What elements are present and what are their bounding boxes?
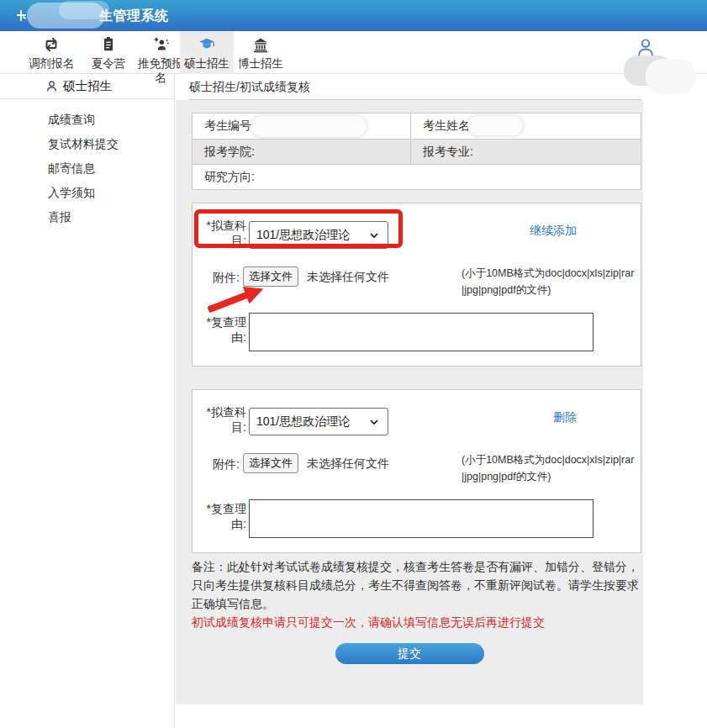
file-status-text: 未选择任何文件 bbox=[307, 456, 389, 472]
transfer-icon bbox=[20, 35, 82, 55]
major-cell: 报考专业: bbox=[411, 140, 641, 164]
submit-button[interactable]: 提交 bbox=[335, 643, 484, 664]
file-format-hint: (小于10MB格式为doc|docx|xls|zip|rar|jpg|png|p… bbox=[462, 451, 635, 485]
tab-shuoshi-zhaosheng[interactable]: 硕士招生 bbox=[180, 31, 234, 74]
college-cell: 报考学院: bbox=[193, 140, 411, 164]
reason-textarea[interactable] bbox=[249, 499, 594, 538]
breadcrumb: 硕士招生/初试成绩复核 bbox=[176, 74, 643, 99]
reason-textarea[interactable] bbox=[249, 313, 594, 351]
redaction-blob bbox=[251, 116, 367, 137]
redaction-blob bbox=[467, 116, 523, 135]
sidebar: 硕士招生 成绩查询 复试材料提交 邮寄信息 入学须知 喜报 bbox=[0, 74, 175, 728]
tab-label: 博士招生 bbox=[234, 56, 288, 71]
bank-icon bbox=[234, 35, 288, 55]
tab-xialingying[interactable]: 夏令营 bbox=[82, 31, 135, 74]
attachment-label: 附件: bbox=[213, 271, 240, 286]
top-navbar: 调剂报名 夏令营 bbox=[0, 31, 707, 74]
sidebar-item-fushi-cailiao[interactable]: 复试材料提交 bbox=[0, 132, 174, 156]
candidate-name-cell: 考生姓名: bbox=[411, 113, 641, 139]
clipboard-icon bbox=[82, 35, 135, 55]
sidebar-item-ruxue-xuzhi[interactable]: 入学须知 bbox=[0, 181, 174, 205]
title-partial-glyph bbox=[17, 10, 27, 22]
tab-label: 硕士招生 bbox=[180, 56, 234, 71]
file-status-text: 未选择任何文件 bbox=[307, 270, 389, 285]
tab-label: 夏令营 bbox=[82, 56, 135, 71]
add-more-link[interactable]: 继续添加 bbox=[530, 224, 577, 239]
graduation-cap-icon bbox=[180, 35, 234, 55]
main-panel: 硕士招生/初试成绩复核 考生编号: 1 考生姓名: bbox=[176, 74, 643, 704]
redaction-blob bbox=[646, 59, 696, 94]
delete-link[interactable]: 删除 bbox=[553, 410, 577, 425]
app-header: 生管理系统 bbox=[0, 0, 707, 31]
content-area: 考生编号: 1 考生姓名: 报考学院: 报考专业: bbox=[176, 100, 643, 704]
tab-tiaoji-baoming[interactable]: 调剂报名 bbox=[20, 31, 82, 74]
tab-boshi-zhaosheng[interactable]: 博士招生 bbox=[234, 31, 288, 74]
sidebar-title: 硕士招生 bbox=[63, 78, 112, 94]
tab-label: 调剂报名 bbox=[20, 56, 82, 71]
person-icon bbox=[45, 79, 59, 93]
app-title: 生管理系统 bbox=[99, 0, 169, 31]
subject-label: *拟查科目: bbox=[201, 219, 246, 248]
table-row: 报考学院: 报考专业: bbox=[193, 139, 641, 164]
page: 生管理系统 调剂报名 bbox=[0, 0, 707, 728]
sidebar-menu: 成绩查询 复试材料提交 邮寄信息 入学须知 喜报 bbox=[0, 99, 174, 229]
file-format-hint: (小于10MB格式为doc|docx|xls|zip|rar|jpg|png|p… bbox=[462, 265, 635, 298]
subject-select[interactable]: 101/思想政治理论 bbox=[249, 221, 388, 249]
sidebar-item-chengji-chaxun[interactable]: 成绩查询 bbox=[0, 108, 174, 132]
reason-label: *复查理由: bbox=[201, 502, 246, 531]
choose-file-button[interactable]: 选择文件 bbox=[243, 453, 298, 473]
recheck-subject-section-1: *拟查科目: 101/思想政治理论 继续添加 附件: 选择文件 未选择任何文件 … bbox=[192, 203, 641, 367]
reason-label: *复查理由: bbox=[201, 315, 246, 345]
direction-cell: 研究方向: bbox=[193, 165, 641, 189]
candidate-info-table: 考生编号: 1 考生姓名: 报考学院: 报考专业: bbox=[192, 113, 641, 190]
table-row: 考生编号: 1 考生姓名: bbox=[193, 113, 641, 139]
sidebar-item-youji-xinxi[interactable]: 邮寄信息 bbox=[0, 156, 174, 181]
chevron-down-icon bbox=[367, 229, 381, 245]
remark-text: 备注：此处针对考试试卷成绩复核提交，核查考生答卷是否有漏评、加错分、登错分，只向… bbox=[192, 557, 643, 613]
table-row: 研究方向: bbox=[193, 164, 641, 189]
attachment-label: 附件: bbox=[213, 457, 240, 472]
subject-label: *拟查科目: bbox=[201, 405, 246, 435]
chevron-down-icon bbox=[367, 415, 381, 432]
choose-file-button[interactable]: 选择文件 bbox=[243, 266, 298, 287]
recheck-subject-section-2: *拟查科目: 101/思想政治理论 删除 附件: 选择文件 未选择任何文件 (小… bbox=[192, 389, 641, 553]
warning-text: 初试成绩复核申请只可提交一次，请确认填写信息无误后再进行提交 bbox=[192, 613, 643, 631]
sidebar-item-xibao[interactable]: 喜报 bbox=[0, 205, 174, 229]
subject-select[interactable]: 101/思想政治理论 bbox=[249, 408, 388, 435]
